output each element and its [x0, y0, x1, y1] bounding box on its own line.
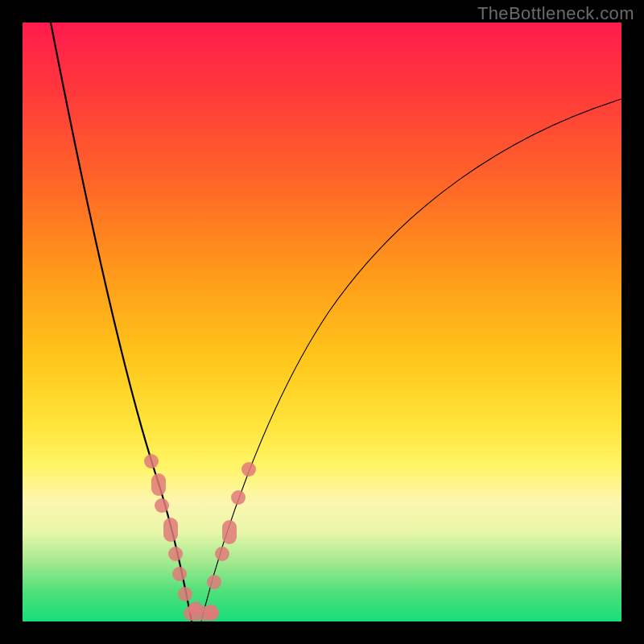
trough-dot-1: [188, 601, 203, 616]
marker-left-6: [172, 567, 187, 581]
marker-right-3: [222, 520, 237, 544]
trough-dot-2: [204, 605, 218, 619]
marker-right-5: [242, 462, 256, 477]
marker-left-4: [163, 518, 178, 542]
trough-cluster: [184, 606, 219, 621]
chart-svg: [23, 23, 621, 621]
marker-right-4: [231, 490, 246, 505]
marker-right-1: [207, 575, 221, 589]
marker-right-2: [215, 547, 229, 561]
marker-left-5: [168, 547, 183, 561]
marker-left-3: [155, 498, 169, 513]
chart-frame: [23, 23, 621, 621]
marker-left-7: [178, 587, 192, 601]
marker-left-1: [144, 454, 159, 469]
marker-left-2: [151, 473, 166, 496]
curve-right: [201, 99, 621, 621]
watermark-text: TheBottleneck.com: [477, 3, 634, 24]
curve-left: [51, 23, 192, 621]
